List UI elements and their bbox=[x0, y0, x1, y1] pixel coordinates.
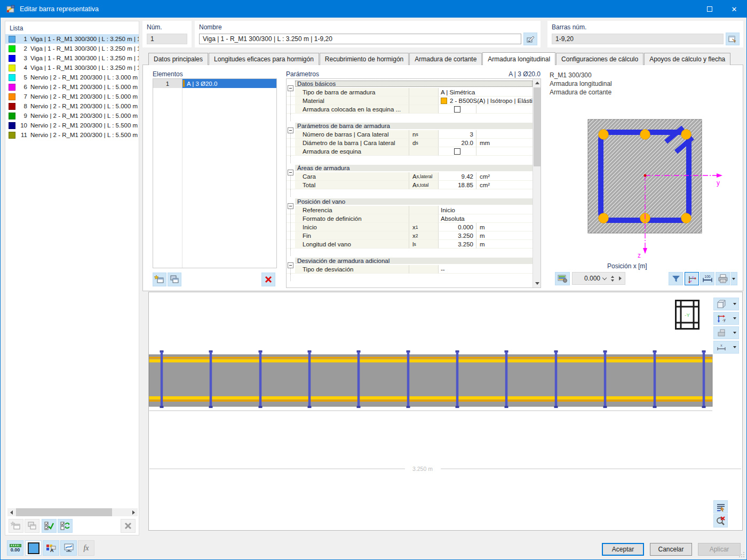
scroll-up-button[interactable] bbox=[533, 79, 541, 87]
nombre-field[interactable]: Viga | 1 - R_M1 300/300 | L : 3.250 m | … bbox=[199, 34, 521, 44]
param-value[interactable]: Absoluta bbox=[439, 214, 533, 223]
display-properties-button[interactable] bbox=[713, 500, 728, 514]
param-section-header[interactable]: Parámetros de barra de armadura bbox=[287, 121, 533, 130]
checkbox[interactable] bbox=[454, 148, 460, 155]
param-row[interactable]: Número de barras | Cara lateral ns 3 bbox=[287, 130, 533, 139]
scrollbar-thumb[interactable] bbox=[534, 87, 541, 166]
param-value[interactable]: 0.000 bbox=[439, 223, 476, 231]
scroll-left-button[interactable] bbox=[7, 508, 15, 516]
list-item[interactable]: 8 Nervio | 2 - R_M1 200/300 | L : 5.000 … bbox=[5, 101, 139, 111]
param-value[interactable]: 3.250 bbox=[439, 231, 476, 240]
maximize-button[interactable] bbox=[697, 1, 722, 18]
param-row[interactable]: Inicio x1 0.000 m bbox=[287, 223, 533, 231]
list-item[interactable]: 7 Nervio | 2 - R_M1 200/300 | L : 5.000 … bbox=[5, 92, 139, 101]
animate-button[interactable] bbox=[616, 276, 624, 281]
elevation-canvas[interactable]: 3.250 m -Y - bbox=[148, 292, 743, 531]
collapse-icon[interactable] bbox=[288, 170, 293, 175]
print-button[interactable] bbox=[716, 272, 730, 285]
param-row[interactable]: Material 2 - B500S(A) | Isótropo | Elást… bbox=[287, 97, 533, 105]
color-scale-button[interactable] bbox=[25, 540, 42, 556]
tab-longitudes-eficaces[interactable]: Longitudes eficaces para hormigón bbox=[209, 53, 319, 65]
section-navigator[interactable]: -Y bbox=[675, 300, 700, 330]
aplicar-button[interactable]: Aplicar bbox=[698, 543, 741, 556]
filter-button[interactable] bbox=[669, 272, 683, 285]
list-item[interactable]: 3 Viga | 1 - R_M1 300/300 | L : 3.250 m … bbox=[5, 53, 139, 63]
copy-element-button[interactable] bbox=[168, 273, 181, 286]
list-item[interactable]: 10 Nervio | 2 - R_M1 200/300 | L : 5.500… bbox=[5, 121, 139, 130]
checkbox[interactable] bbox=[454, 106, 460, 113]
dimensions-button[interactable]: 100 bbox=[700, 272, 714, 285]
param-row[interactable]: Fin x2 3.250 m bbox=[287, 231, 533, 240]
show-axes-button[interactable]: y z bbox=[685, 272, 699, 285]
list-item[interactable]: 6 Nervio | 2 - R_M1 200/300 | L : 5.000 … bbox=[5, 82, 139, 92]
edit-name-button[interactable] bbox=[523, 33, 537, 45]
list-item[interactable]: 1 Viga | 1 - R_M1 300/300 | L : 3.250 m … bbox=[5, 34, 139, 44]
param-row[interactable]: Referencia Inicio bbox=[287, 206, 533, 214]
tab-armadura-cortante[interactable]: Armadura de cortante bbox=[409, 53, 482, 65]
display-mode-button[interactable] bbox=[713, 326, 739, 339]
param-value[interactable]: 3 bbox=[439, 130, 476, 139]
param-value[interactable]: A | Simétrica bbox=[439, 88, 533, 97]
param-section-header[interactable]: Posición del vano bbox=[287, 197, 533, 206]
scrollbar-thumb[interactable] bbox=[16, 508, 112, 516]
view-3d-button[interactable] bbox=[713, 298, 739, 310]
screen-view-button[interactable] bbox=[60, 540, 77, 556]
param-value[interactable]: 2 - B500S(A) | Isótropo | Elásti... bbox=[439, 97, 533, 105]
new-item-button[interactable] bbox=[9, 519, 23, 533]
delete-item-button[interactable] bbox=[121, 519, 136, 533]
param-section-header[interactable]: Desviación de armadura adicional bbox=[287, 256, 533, 265]
param-row[interactable]: Cara As,lateral 9.42 cm² bbox=[287, 172, 533, 181]
element-value[interactable]: A | 3 Ø20.0 bbox=[182, 79, 276, 88]
param-row[interactable]: Armadura de esquina bbox=[287, 147, 533, 156]
cancel-zoom-button[interactable] bbox=[713, 514, 728, 527]
delete-element-button[interactable] bbox=[261, 273, 275, 286]
tab-configuraciones[interactable]: Configuraciones de cálculo bbox=[556, 53, 643, 65]
param-row[interactable]: Diámetro de la barra | Cara lateral ds 2… bbox=[287, 139, 533, 147]
collapse-icon[interactable] bbox=[288, 262, 293, 268]
collapse-icon[interactable] bbox=[288, 85, 293, 91]
collapse-icon[interactable] bbox=[288, 203, 293, 209]
dropdown-button[interactable] bbox=[600, 278, 609, 279]
invert-selection-button[interactable] bbox=[58, 519, 73, 533]
close-button[interactable]: ✕ bbox=[722, 1, 746, 18]
position-x-spinner[interactable]: 0.000 bbox=[572, 272, 625, 285]
scroll-down-button[interactable] bbox=[533, 279, 541, 287]
titlebar[interactable]: Editar barra representativa ✕ bbox=[1, 1, 746, 18]
list-item[interactable]: 11 Nervio | 2 - R_M1 200/300 | L : 5.500… bbox=[5, 130, 139, 140]
tab-datos-principales[interactable]: Datos principales bbox=[148, 53, 208, 65]
dimension-display-button[interactable]: x bbox=[713, 341, 739, 354]
units-settings-button[interactable]: 0.00 bbox=[7, 540, 23, 556]
tab-armadura-longitudinal[interactable]: Armadura longitudinal bbox=[482, 52, 555, 65]
num-field[interactable]: 1 bbox=[147, 34, 187, 44]
vertical-scrollbar[interactable] bbox=[533, 79, 541, 287]
list-item[interactable]: 4 Viga | 1 - R_M1 300/300 | L : 3.250 m … bbox=[5, 63, 139, 73]
position-x-value[interactable]: 0.000 bbox=[573, 275, 600, 282]
view-direction-button[interactable]: -y bbox=[713, 312, 739, 325]
param-row[interactable]: Tipo de barra de armadura A | Simétrica bbox=[287, 88, 533, 97]
stepper-buttons[interactable] bbox=[609, 276, 616, 282]
scroll-right-button[interactable] bbox=[130, 508, 138, 516]
param-row[interactable]: Total As,total 18.85 cm² bbox=[287, 181, 533, 189]
horizontal-scrollbar[interactable] bbox=[7, 508, 138, 516]
param-section-header[interactable] bbox=[287, 281, 533, 287]
param-row[interactable]: Longitud del vano ls 3.250 m bbox=[287, 240, 533, 249]
display-properties-footer-button[interactable]: A bbox=[43, 540, 59, 556]
list-item[interactable]: 5 Nervio | 2 - R_M1 200/300 | L : 3.000 … bbox=[5, 73, 139, 82]
tab-recubrimiento[interactable]: Recubrimiento de hormigón bbox=[320, 53, 409, 65]
param-row[interactable]: Formato de definición Absoluta bbox=[287, 214, 533, 223]
pick-bars-button[interactable] bbox=[726, 33, 740, 45]
param-value[interactable]: -- bbox=[439, 265, 533, 274]
param-value[interactable]: Inicio bbox=[439, 206, 533, 214]
formula-button[interactable]: fx bbox=[78, 540, 94, 556]
barras-field[interactable]: 1-9,20 bbox=[552, 34, 724, 44]
cancelar-button[interactable]: Cancelar bbox=[650, 543, 692, 556]
param-row[interactable]: Armadura colocada en la esquina ... bbox=[287, 105, 533, 114]
list-item[interactable]: 9 Nervio | 2 - R_M1 200/300 | L : 5.000 … bbox=[5, 111, 139, 121]
render-settings-button[interactable] bbox=[555, 272, 570, 285]
element-row[interactable]: 1 A | 3 Ø20.0 bbox=[153, 79, 276, 88]
resize-grip[interactable] bbox=[739, 552, 744, 557]
aceptar-button[interactable]: Aceptar bbox=[602, 543, 644, 556]
print-dropdown-button[interactable] bbox=[730, 272, 737, 285]
select-all-button[interactable] bbox=[42, 519, 57, 533]
param-section-header[interactable]: Áreas de armadura bbox=[287, 163, 533, 172]
